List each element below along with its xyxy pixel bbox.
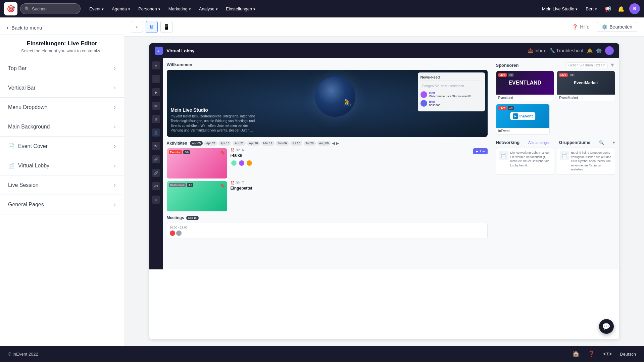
- logo[interactable]: 🎯: [4, 2, 17, 15]
- sponsors-header: Sponsoren Geben Sie Ihren Text ein ▼: [496, 62, 615, 68]
- nav-item-personen[interactable]: Personen: [135, 4, 164, 13]
- vl-header-title: Virtual Lobby: [167, 48, 195, 53]
- language-selector[interactable]: Deutsch: [620, 352, 636, 357]
- bookmark-icon-2[interactable]: 🔖: [220, 183, 225, 188]
- global-search[interactable]: 🔍 Suchen: [20, 3, 81, 14]
- vl-nav-grid[interactable]: ⊞: [152, 75, 160, 83]
- sidebar-item-live-session[interactable]: Live Session: [0, 175, 124, 195]
- chevron-down-icon: [128, 6, 130, 11]
- date-pill-jul13[interactable]: Jul 13: [290, 141, 302, 146]
- date-pill-jul26[interactable]: Jul 26: [304, 141, 316, 146]
- chevron-down-icon: [216, 6, 218, 11]
- sponsor-count-badge: ∞0: [508, 73, 514, 77]
- vl-user-avatar[interactable]: [605, 46, 614, 55]
- gruppenraume-title: Gruppenräume: [559, 140, 590, 145]
- attendee-avatar-2: [238, 160, 245, 166]
- main-layout: Back to menu Einstellungen: Live Editor …: [0, 17, 644, 346]
- filter-icon[interactable]: ▼: [610, 62, 615, 68]
- vl-nav-star[interactable]: ☆: [152, 196, 160, 204]
- nav-item-analyse[interactable]: Analyse: [196, 4, 221, 13]
- sponsors-search[interactable]: Geben Sie Ihren Text ein: [566, 62, 608, 68]
- vl-activities-header: Aktivitäten Apr 05 Apr 07 Apr 13 Apr 21 …: [167, 141, 488, 146]
- meetings-date: Sep 16: [186, 216, 199, 220]
- notifications-button[interactable]: 🔔: [616, 3, 627, 14]
- date-pill-apr28[interactable]: Apr 28: [247, 141, 260, 146]
- networking-card-text: Die Networking-Lobby ist leer. Sie werde…: [510, 151, 551, 167]
- date-pill-mai17[interactable]: Mai 17: [261, 141, 275, 146]
- nav-item-marketing[interactable]: Marketing: [165, 4, 194, 13]
- date-pill-aug08[interactable]: Aug 08: [317, 141, 331, 146]
- sponsor-inevent: LIVE ∞0 ▶ InEvent: [496, 104, 550, 135]
- edit-button[interactable]: ⚙️ Bearbeiten: [597, 22, 637, 32]
- bell-icon[interactable]: 🔔: [587, 48, 593, 53]
- help-button[interactable]: ❓ Hilfe: [569, 22, 593, 32]
- attendee-avatar-1: [231, 160, 237, 166]
- troubleshoot-icon[interactable]: 🔧 Troubleshoot: [549, 48, 584, 53]
- gruppenraume-card-1: 📄 Es sind keine Gruppenräume verfügbar. …: [557, 148, 615, 175]
- vl-nav-chat[interactable]: ✉: [152, 102, 160, 110]
- session-1-info: ⏰ 20:16 I-talks: [231, 148, 470, 166]
- vl-nav-screen[interactable]: 🖥: [152, 115, 160, 123]
- back-button[interactable]: ‹: [131, 21, 143, 33]
- chevron-down-icon: [102, 6, 104, 11]
- date-pill-apr05[interactable]: Apr 05: [190, 141, 203, 146]
- help-icon[interactable]: ❓: [588, 350, 595, 358]
- vl-nav-link2[interactable]: 🔗: [152, 169, 160, 177]
- add-icon-net[interactable]: +: [612, 140, 615, 145]
- chat-message-2: Bert helloooo: [420, 100, 482, 107]
- bookmark-icon[interactable]: 🔖: [220, 150, 225, 155]
- inbox-icon[interactable]: 📥 Inbox: [528, 48, 546, 53]
- session-1-action: ▶ Join: [473, 148, 487, 154]
- sponsor-live-badge-3: LIVE: [498, 106, 507, 110]
- search-placeholder: Suchen: [32, 6, 47, 11]
- home-icon[interactable]: 🏠: [572, 350, 580, 358]
- vl-nav-tag[interactable]: 🏷: [152, 182, 160, 190]
- nav-item-einstellungen[interactable]: Einstellungen: [222, 4, 259, 13]
- search-icon-net[interactable]: 🔍: [599, 140, 604, 145]
- sidebar-item-event-cover[interactable]: 📄 Event Cover: [0, 137, 124, 156]
- vl-activities-title: Aktivitäten: [167, 141, 187, 146]
- vl-header-right: 📥 Inbox 🔧 Troubleshoot 🔔 ⚙️: [528, 46, 614, 55]
- sidebar-item-general-pages[interactable]: General Pages: [0, 195, 124, 214]
- settings-icon[interactable]: ⚙️: [596, 48, 602, 53]
- sidebar-item-vertical-bar[interactable]: Vertical Bar: [0, 78, 124, 98]
- session-1-name: I-talks: [231, 153, 470, 158]
- back-to-menu-button[interactable]: Back to menu: [0, 17, 124, 35]
- sponsor-inevent-banner: LIVE ∞0 ▶ InEvent: [496, 104, 549, 128]
- vl-nav-home[interactable]: ≡: [152, 61, 160, 69]
- vl-nav-video[interactable]: ▶: [152, 88, 160, 96]
- vl-nav-people[interactable]: 👤: [152, 128, 160, 137]
- sidebar-item-menu-dropdown[interactable]: Menu Dropdown: [0, 98, 124, 117]
- date-pill-apr13[interactable]: Apr 13: [218, 141, 232, 146]
- date-pill-apr21[interactable]: Apr 21: [233, 141, 246, 146]
- sponsors-section: Sponsoren Geben Sie Ihren Text ein ▼: [496, 62, 615, 135]
- nav-item-agenda[interactable]: Agenda: [108, 4, 134, 13]
- nav-item-event[interactable]: Event: [86, 4, 107, 13]
- chat-fab-button[interactable]: 💬: [599, 319, 614, 334]
- top-navigation: 🎯 🔍 Suchen Event Agenda Personen Marketi…: [0, 0, 644, 17]
- session-join-btn[interactable]: ▶ Join: [473, 148, 487, 154]
- date-pill-apr07[interactable]: Apr 07: [204, 141, 217, 146]
- footer-right: 🏠 ❓ </> Deutsch: [572, 350, 636, 358]
- nav-live-studio[interactable]: Mein Live Studio: [539, 5, 580, 13]
- nav-arrows[interactable]: ◀ ▶: [332, 141, 339, 146]
- mobile-view-button[interactable]: 📱: [160, 21, 172, 33]
- desktop-view-button[interactable]: 🖥: [146, 21, 158, 33]
- sponsor-live-badge: LIVE: [498, 73, 507, 77]
- nav-user-bert[interactable]: Bert: [583, 5, 600, 13]
- megaphone-button[interactable]: 📢: [602, 3, 613, 14]
- vl-nav-link[interactable]: 🔗: [152, 155, 160, 163]
- sidebar-item-main-background[interactable]: Main Background: [0, 117, 124, 137]
- vl-newsfeed-input[interactable]: Fangen Sie an zu schreiben...: [420, 83, 482, 89]
- question-icon: ❓: [572, 24, 578, 30]
- user-avatar[interactable]: B: [629, 3, 640, 14]
- sidebar-item-virtual-lobby[interactable]: 📄 Virtual Lobby: [0, 156, 124, 175]
- networking-show-all[interactable]: Alle anzeigen: [528, 141, 550, 145]
- vl-hero-banner: 🚴 Mein Live Studio InEvent bietet benutz…: [167, 70, 488, 137]
- chevron-right-icon: [114, 104, 116, 111]
- date-pill-jun06[interactable]: Jun 06: [276, 141, 289, 146]
- code-icon[interactable]: </>: [603, 351, 612, 358]
- vl-studio-name: Mein Live Studio: [171, 107, 258, 113]
- sidebar-item-top-bar[interactable]: Top Bar: [0, 59, 124, 78]
- vl-nav-eye[interactable]: 👁: [152, 142, 160, 150]
